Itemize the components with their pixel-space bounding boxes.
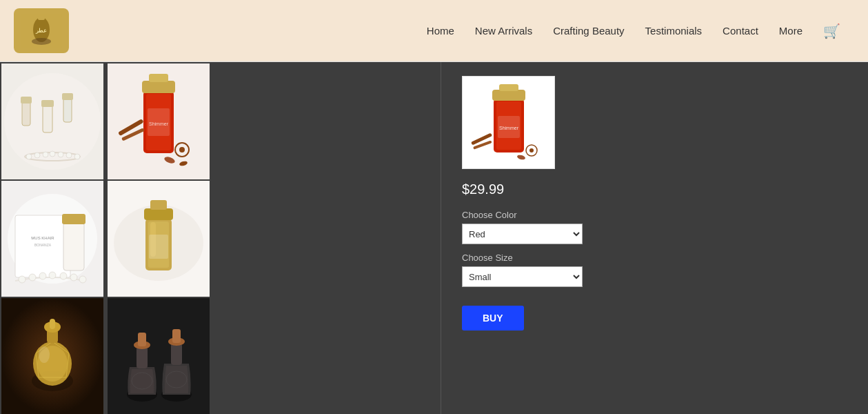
- thumbnail-grid: Shimmer: [0, 62, 214, 414]
- svg-rect-40: [62, 214, 85, 224]
- svg-rect-25: [149, 74, 168, 82]
- size-label: Choose Size: [462, 253, 847, 263]
- svg-rect-68: [137, 346, 148, 368]
- svg-rect-80: [492, 90, 525, 101]
- svg-point-14: [26, 154, 32, 159]
- svg-point-41: [19, 276, 26, 283]
- svg-point-18: [58, 152, 63, 157]
- svg-point-64: [39, 346, 50, 363]
- buy-button[interactable]: BUY: [462, 306, 524, 331]
- nav-new-arrivals[interactable]: New Arrivals: [475, 25, 532, 37]
- thumbnail-3[interactable]: MUS KHAIR BONANZA: [1, 181, 103, 297]
- main-content: Shimmer: [0, 62, 868, 414]
- svg-point-15: [34, 152, 40, 158]
- svg-point-44: [49, 272, 56, 279]
- product-price: $29.99: [462, 181, 847, 197]
- nav-testimonials[interactable]: Testimonials: [645, 25, 703, 37]
- thumbnail-1[interactable]: [1, 63, 103, 179]
- header: عطر Home New Arrivals Crafting Beauty Te…: [0, 0, 868, 62]
- svg-rect-66: [108, 298, 210, 414]
- svg-point-3: [32, 38, 51, 45]
- nav-more[interactable]: More: [779, 25, 803, 37]
- svg-point-31: [179, 147, 185, 152]
- svg-point-20: [74, 154, 80, 159]
- svg-rect-53: [150, 200, 167, 210]
- svg-point-42: [29, 274, 36, 281]
- svg-point-45: [60, 273, 67, 279]
- nav-home[interactable]: Home: [427, 25, 454, 37]
- thumbnail-2[interactable]: Shimmer: [108, 63, 210, 179]
- main-nav: Home New Arrivals Crafting Beauty Testim…: [152, 23, 854, 39]
- color-select[interactable]: Red Blue Gold White: [462, 224, 583, 244]
- svg-rect-7: [22, 101, 30, 126]
- svg-rect-72: [171, 343, 182, 365]
- svg-rect-2: [38, 16, 45, 20]
- svg-point-47: [79, 276, 86, 283]
- size-select[interactable]: Small Medium Large: [462, 266, 583, 287]
- svg-rect-81: [499, 84, 518, 91]
- svg-rect-52: [144, 208, 173, 220]
- svg-text:BONANZA: BONANZA: [34, 243, 52, 247]
- svg-text:Shimmer: Shimmer: [498, 126, 518, 130]
- svg-point-17: [50, 151, 55, 157]
- thumbnail-4[interactable]: [108, 181, 210, 297]
- svg-point-16: [43, 152, 48, 157]
- svg-rect-65: [50, 319, 55, 329]
- svg-point-46: [70, 274, 77, 281]
- product-main-image: Shimmer: [462, 76, 555, 169]
- thumbnail-6[interactable]: [108, 298, 210, 414]
- svg-point-87: [529, 148, 534, 152]
- logo-area: عطر: [14, 8, 152, 53]
- svg-text:MUS KHAIR: MUS KHAIR: [31, 236, 54, 240]
- nav-contact[interactable]: Contact: [723, 25, 758, 37]
- svg-rect-8: [21, 97, 32, 103]
- product-panel: Shimmer $29.99 Choose Color Red Blue Gol…: [441, 62, 868, 414]
- svg-rect-11: [63, 98, 72, 122]
- svg-rect-9: [43, 105, 52, 132]
- svg-rect-24: [142, 81, 175, 93]
- svg-rect-74: [172, 329, 181, 343]
- nav-crafting-beauty[interactable]: Crafting Beauty: [553, 25, 624, 37]
- middle-space: [214, 62, 441, 414]
- svg-rect-55: [149, 235, 168, 259]
- thumbnail-5[interactable]: [1, 298, 103, 414]
- svg-text:عطر: عطر: [35, 28, 47, 34]
- color-label: Choose Color: [462, 210, 847, 220]
- svg-rect-12: [62, 93, 73, 100]
- svg-text:Shimmer: Shimmer: [149, 121, 169, 126]
- svg-point-19: [66, 152, 72, 158]
- svg-rect-39: [63, 222, 84, 270]
- svg-rect-10: [41, 100, 54, 107]
- svg-rect-70: [138, 333, 146, 346]
- svg-point-43: [39, 273, 46, 279]
- logo-icon[interactable]: عطر: [14, 8, 69, 53]
- cart-icon[interactable]: 🛒: [823, 23, 840, 39]
